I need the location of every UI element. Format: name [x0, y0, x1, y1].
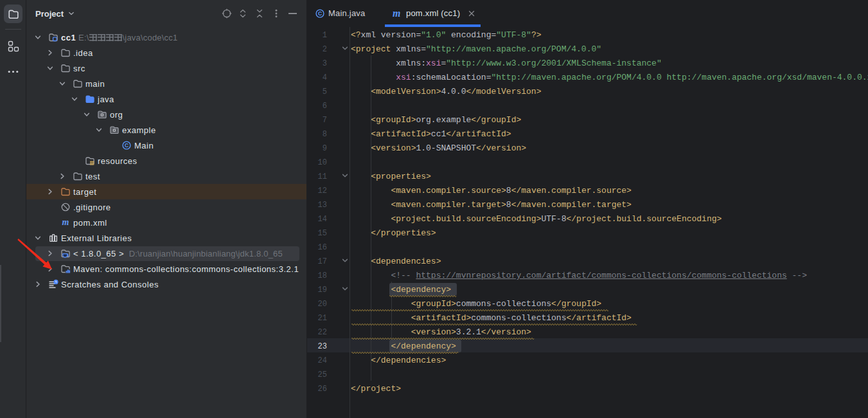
svg-text:C: C [318, 10, 322, 17]
svg-text:C: C [125, 142, 128, 149]
